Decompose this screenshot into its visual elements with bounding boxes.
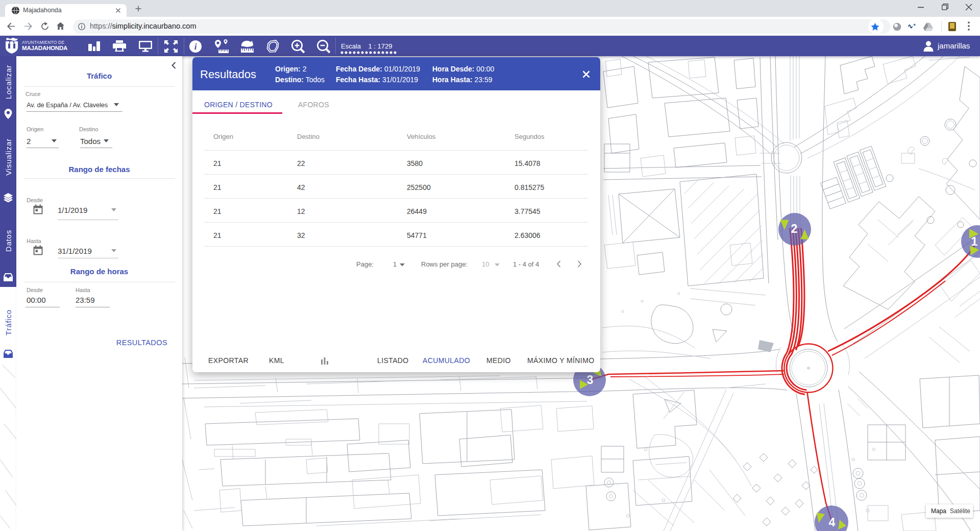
svg-text:Satélite: Satélite [950,508,970,515]
svg-text:3: 3 [587,373,594,387]
svg-text:Mapa: Mapa [931,508,946,515]
svg-text:2: 2 [791,222,798,235]
svg-text:1: 1 [971,235,978,248]
svg-text:i: i [194,42,197,52]
svg-text:4: 4 [829,516,836,529]
